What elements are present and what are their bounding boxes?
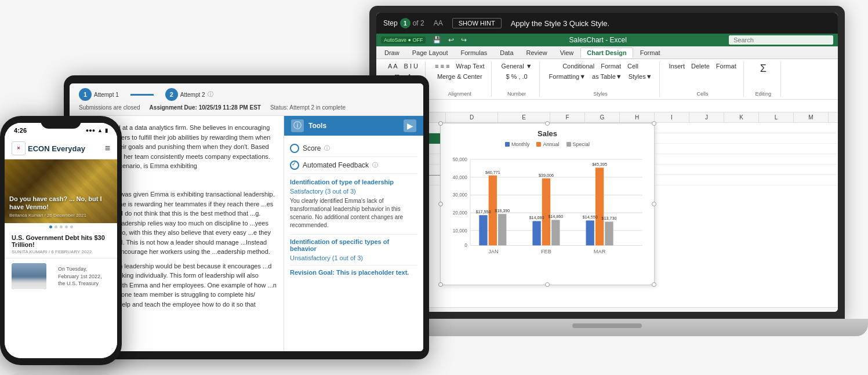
number-format-btn[interactable]: General ▼ bbox=[499, 61, 534, 71]
col-m: M bbox=[794, 112, 829, 122]
tab-format[interactable]: Format bbox=[634, 48, 666, 57]
phone-reflection bbox=[12, 372, 111, 376]
attempt-badge-2: 2 Attempt 2 ⓘ bbox=[165, 88, 213, 101]
col-d: D bbox=[446, 112, 498, 122]
svg-text:FEB: FEB bbox=[541, 249, 551, 254]
tab-chart-design[interactable]: Chart Design bbox=[580, 48, 633, 58]
bold-btn[interactable]: B I U bbox=[402, 61, 420, 71]
chart-handle-ml[interactable] bbox=[438, 202, 443, 206]
col-k: K bbox=[724, 112, 759, 122]
phone-notch bbox=[41, 116, 81, 129]
search-input[interactable] bbox=[729, 35, 833, 45]
svg-text:MAR: MAR bbox=[594, 249, 606, 254]
bar-feb-annual bbox=[542, 179, 550, 246]
save-icon[interactable]: 💾 bbox=[433, 36, 441, 44]
ribbon-group-number: General ▼ $ % , .0 Number bbox=[494, 61, 539, 97]
chart-handle-tl[interactable] bbox=[438, 121, 443, 126]
econ-logo-icon: ✕ bbox=[12, 141, 26, 155]
alignment-group-label: Alignment bbox=[448, 91, 471, 97]
dot-5[interactable] bbox=[70, 225, 73, 228]
redo-icon[interactable]: ↪ bbox=[461, 36, 467, 44]
dot-4[interactable] bbox=[65, 225, 68, 228]
step-circle: 1 bbox=[400, 18, 411, 28]
tools-nav-prev[interactable]: ⓘ bbox=[291, 119, 304, 132]
chart-handle-br[interactable] bbox=[652, 282, 656, 287]
legend-dot-special bbox=[566, 142, 571, 147]
wrap-text-btn[interactable]: Wrap Text bbox=[453, 61, 486, 71]
hero-card[interactable]: Do you have cash? ... No, but I have Ven… bbox=[5, 159, 117, 223]
tab-draw[interactable]: Draw bbox=[379, 48, 405, 57]
ribbon-group-editing: Σ Editing bbox=[746, 61, 781, 97]
chart-handle-tr[interactable] bbox=[652, 121, 656, 126]
dot-2[interactable] bbox=[55, 225, 57, 228]
chart-handle-tm[interactable] bbox=[545, 121, 550, 126]
chart-container[interactable]: Sales Monthly Annual bbox=[440, 123, 655, 285]
excel-ribbon-bar: AutoSave ● OFF 💾 ↩ ↪ SalesChart - Excel bbox=[376, 34, 838, 46]
tab-data[interactable]: Data bbox=[494, 48, 519, 57]
font-size-btn[interactable]: A A bbox=[386, 61, 400, 71]
attempt-nav: 1 Attempt 1 2 Attempt 2 ⓘ bbox=[79, 88, 414, 101]
aa-label: AA bbox=[434, 19, 443, 27]
undo-icon[interactable]: ↩ bbox=[448, 36, 454, 44]
currency-btn[interactable]: $ % , .0 bbox=[503, 72, 529, 81]
chart-legend: Monthly Annual Special bbox=[446, 141, 648, 147]
sheet-content: C D E F G H I J K L M bbox=[394, 112, 838, 307]
delete-btn[interactable]: Delete bbox=[689, 61, 712, 71]
as-table-btn[interactable]: as Table▼ bbox=[590, 72, 624, 81]
format-as-table-btn[interactable]: Format bbox=[598, 61, 623, 71]
feedback-category-2[interactable]: Identification of specific types of beha… bbox=[290, 238, 417, 252]
formatting-btn[interactable]: Formatting▼ bbox=[547, 72, 588, 81]
excel-tabs-bar: Draw Page Layout Formulas Data Review Vi… bbox=[376, 46, 838, 59]
dot-1[interactable] bbox=[49, 225, 52, 228]
news-item-1[interactable]: U.S. Government Debt hits $30 Trillion! … bbox=[5, 231, 117, 259]
hamburger-menu[interactable]: ≡ bbox=[105, 143, 110, 154]
legend-label-annual: Annual bbox=[543, 141, 559, 147]
svg-text:$14,080: $14,080 bbox=[529, 216, 544, 220]
tab-view[interactable]: View bbox=[554, 48, 580, 57]
tab-review[interactable]: Review bbox=[521, 48, 553, 57]
carousel-dots bbox=[5, 223, 117, 231]
battery-icon: ▮ bbox=[105, 128, 108, 133]
cells-group-label: Cells bbox=[697, 91, 709, 97]
feedback-category-1[interactable]: Identification of type of leadership bbox=[290, 179, 417, 185]
feedback-score-1: Satisfactory (3 out of 3) bbox=[290, 188, 417, 195]
sum-btn[interactable]: Σ bbox=[758, 61, 769, 76]
legend-monthly: Monthly bbox=[505, 141, 530, 147]
insert-btn[interactable]: Insert bbox=[667, 61, 688, 71]
formula-bar: fx bbox=[376, 100, 838, 112]
hero-headline: Do you have cash? ... No, but I have Ven… bbox=[9, 195, 112, 212]
merge-center-btn[interactable]: Merge & Center bbox=[435, 72, 485, 81]
number-group-label: Number bbox=[507, 91, 526, 97]
score-section: Score ⓘ bbox=[290, 140, 417, 157]
ribbon-group-cells: Insert Delete Format Cells bbox=[662, 61, 744, 97]
news-2-image bbox=[12, 263, 46, 289]
signal-icon: ●●● bbox=[86, 128, 95, 133]
tab-page-layout[interactable]: Page Layout bbox=[406, 48, 454, 57]
dot-3[interactable] bbox=[60, 225, 63, 228]
news-img-building bbox=[12, 278, 46, 289]
excel-ribbon2: A A B I U ⊞ ─ A Font ≡ ≡ ≡ Wrap Text bbox=[376, 59, 838, 100]
tab-formulas[interactable]: Formulas bbox=[455, 48, 493, 57]
conditional-formatting-btn[interactable]: Conditional bbox=[560, 61, 597, 71]
chart-title: Sales bbox=[446, 129, 648, 138]
col-h: H bbox=[620, 112, 655, 122]
chart-handle-mr[interactable] bbox=[652, 202, 656, 206]
show-hint-button[interactable]: SHOW HINT bbox=[452, 18, 502, 28]
format-btn[interactable]: Format bbox=[714, 61, 739, 71]
excel-top-bar: Step 1 of 2 AA SHOW HINT Apply the Style… bbox=[376, 13, 838, 34]
status-text: Status: Attempt 2 in complete bbox=[270, 104, 346, 111]
news-1-date: 6 FEBRUARY 2022 bbox=[51, 249, 92, 254]
phone-time: 4:26 bbox=[14, 127, 27, 134]
score-info-icon: ⓘ bbox=[324, 144, 330, 152]
styles-btn[interactable]: Styles▼ bbox=[626, 72, 655, 81]
tools-nav-next[interactable]: ▶ bbox=[404, 119, 416, 132]
phone-status-icons: ●●● ▲ ▮ bbox=[86, 128, 108, 133]
news-item-2[interactable]: On Tuesday, February 1st 2022, the U.S. … bbox=[5, 259, 117, 294]
phone: 4:26 ●●● ▲ ▮ ✕ ECON Everyday ≡ bbox=[0, 116, 122, 365]
svg-text:50,000: 50,000 bbox=[453, 157, 467, 162]
chart-handle-bl[interactable] bbox=[438, 282, 443, 287]
chart-handle-bm[interactable] bbox=[545, 282, 550, 287]
tablet-reflection bbox=[75, 359, 417, 371]
align-btn[interactable]: ≡ ≡ ≡ bbox=[433, 61, 452, 71]
cell-styles-btn[interactable]: Cell bbox=[625, 61, 641, 71]
